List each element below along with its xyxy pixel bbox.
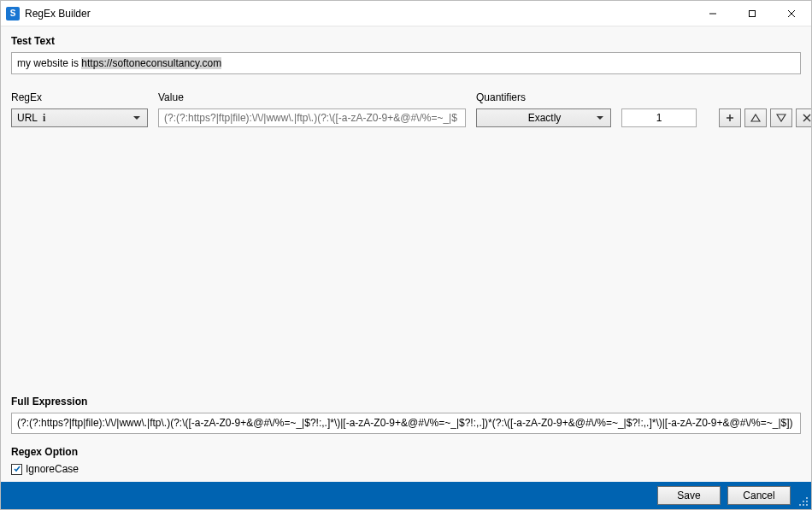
cancel-button[interactable]: Cancel bbox=[727, 486, 791, 505]
test-text-heading: Test Text bbox=[11, 35, 801, 47]
svg-point-15 bbox=[806, 504, 808, 506]
regex-column-label: RegEx bbox=[11, 91, 148, 103]
window-title: RegEx Builder bbox=[25, 8, 91, 20]
app-icon: S bbox=[6, 7, 20, 21]
quantifiers-column-label: Quantifiers bbox=[476, 91, 611, 103]
test-text-input[interactable]: my website is https://softoneconsultancy… bbox=[11, 52, 801, 74]
minimize-button[interactable] bbox=[693, 1, 733, 26]
chevron-down-icon bbox=[593, 109, 607, 126]
svg-point-14 bbox=[803, 504, 804, 506]
quantifier-selected: Exactly bbox=[482, 112, 593, 124]
regex-option-heading: Regex Option bbox=[11, 446, 801, 458]
save-button[interactable]: Save bbox=[657, 486, 721, 505]
test-text-prefix: my website is bbox=[17, 57, 81, 69]
move-down-button[interactable] bbox=[770, 108, 792, 127]
regex-type-selected: URL bbox=[17, 112, 38, 124]
regex-type-dropdown[interactable]: URL i bbox=[11, 108, 148, 127]
close-button[interactable] bbox=[772, 1, 811, 26]
svg-point-11 bbox=[803, 501, 804, 502]
svg-marker-6 bbox=[751, 114, 760, 121]
ignorecase-label: IgnoreCase bbox=[26, 463, 79, 475]
move-up-button[interactable] bbox=[744, 108, 767, 127]
info-icon: i bbox=[43, 112, 45, 125]
quantifier-count-input[interactable] bbox=[621, 108, 697, 127]
full-expression-output[interactable]: (?:(?:https?|ftp|file):\/\/|www\.|ftp\.)… bbox=[11, 413, 801, 434]
ignorecase-checkbox[interactable] bbox=[11, 464, 22, 475]
value-column-label: Value bbox=[158, 91, 466, 103]
svg-point-12 bbox=[806, 501, 808, 502]
titlebar: S RegEx Builder bbox=[1, 1, 811, 26]
full-expression-heading: Full Expression bbox=[11, 396, 801, 407]
test-text-match: https://softoneconsultancy.com bbox=[81, 57, 221, 69]
resize-grip-icon bbox=[798, 496, 809, 507]
regex-value-input[interactable] bbox=[158, 108, 466, 127]
footer-bar: Save Cancel bbox=[1, 482, 811, 509]
maximize-button[interactable] bbox=[733, 1, 772, 26]
svg-point-10 bbox=[806, 497, 808, 499]
add-rule-button[interactable] bbox=[719, 108, 741, 127]
svg-rect-1 bbox=[750, 10, 756, 16]
delete-rule-button[interactable] bbox=[796, 108, 812, 127]
chevron-down-icon bbox=[130, 109, 144, 126]
quantifier-dropdown[interactable]: Exactly bbox=[476, 108, 611, 127]
svg-point-13 bbox=[799, 504, 801, 506]
svg-marker-7 bbox=[777, 114, 786, 121]
